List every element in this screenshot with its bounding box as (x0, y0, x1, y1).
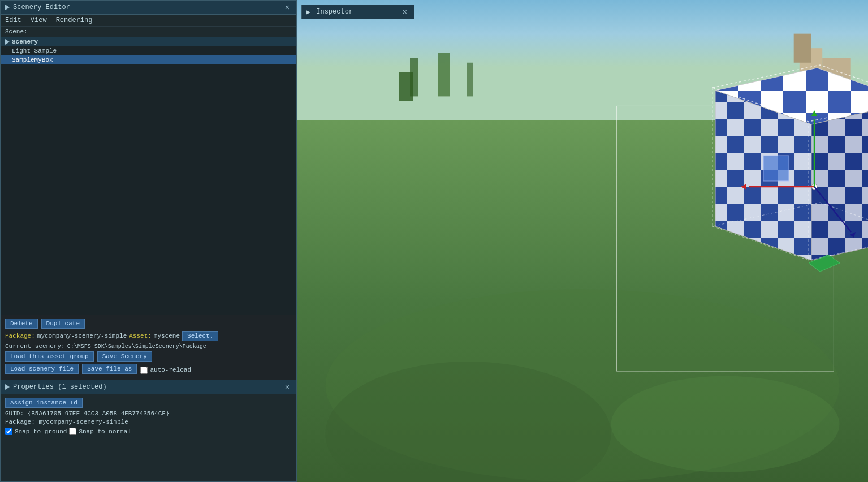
landscape-background (297, 0, 868, 482)
guid-label: GUID: (5, 410, 24, 417)
tree-item-light-sample[interactable]: Light_Sample (1, 46, 296, 55)
svg-rect-16 (794, 34, 811, 63)
properties-title: Properties (1 selected) (13, 383, 107, 391)
editor-bottom: Delete Duplicate Package: mycompany-scen… (1, 315, 296, 380)
save-scenery-button[interactable]: Save Scenery (97, 351, 152, 361)
properties-close-button[interactable]: × (283, 382, 292, 391)
scenery-editor-titlebar: Scenery Editor × (1, 1, 296, 15)
package-label: Package: (5, 333, 35, 339)
select-button[interactable]: Select. (182, 331, 218, 341)
title-left: Scenery Editor (5, 3, 70, 11)
svg-marker-26 (811, 102, 868, 260)
properties-titlebar: Properties (1 selected) × (1, 380, 296, 394)
inspector-title-left: ▶ Inspector (306, 8, 353, 16)
tree-container[interactable]: Scenery Light_Sample SampleMyBox (1, 37, 296, 315)
assign-instance-row: Assign instance Id (5, 398, 292, 408)
tree-triangle-icon (5, 39, 10, 45)
scenery-editor-title: Scenery Editor (13, 3, 70, 11)
scene-label: Scene: (1, 27, 296, 37)
tree-root-label: Scenery (12, 38, 38, 45)
asset-value: myscene (154, 333, 180, 339)
tree-root-scenery[interactable]: Scenery (1, 37, 296, 46)
snap-normal-label: Snap to normal (79, 428, 131, 435)
left-panel: Scenery Editor × Edit View Rendering Sce… (0, 0, 297, 482)
properties-panel: Properties (1 selected) × Assign instanc… (0, 380, 297, 482)
props-content: Assign instance Id GUID: {B5A61705-97EF-… (1, 394, 296, 481)
menu-edit[interactable]: Edit (5, 16, 21, 24)
tree-item-label-1: SampleMyBox (12, 57, 53, 63)
tree-item-samplemybox[interactable]: SampleMyBox (1, 55, 296, 64)
inspector-title: Inspector (316, 8, 353, 16)
delete-button[interactable]: Delete (5, 319, 38, 329)
snap-ground-row: Snap to ground Snap to normal (5, 428, 292, 435)
load-scenery-file-button[interactable]: Load scenery file (5, 364, 79, 374)
auto-reload-label: auto-reload (150, 367, 191, 373)
inspector-panel: ▶ Inspector × (301, 5, 414, 19)
props-triangle-icon[interactable] (5, 384, 10, 390)
menu-bar: Edit View Rendering (1, 15, 296, 27)
auto-reload-row: auto-reload (140, 366, 191, 374)
tree-item-label-0: Light_Sample (12, 48, 57, 54)
svg-point-20 (611, 376, 840, 472)
inspector-close-button[interactable]: × (400, 7, 409, 16)
menu-view[interactable]: View (31, 16, 47, 24)
inspector-titlebar: ▶ Inspector × (302, 5, 414, 19)
scene-svg (297, 0, 868, 482)
snap-ground-label: Snap to ground (15, 428, 67, 435)
scenery-editor-close-button[interactable]: × (283, 3, 292, 12)
svg-rect-14 (467, 63, 473, 97)
viewport[interactable]: ▶ Inspector × (297, 0, 868, 482)
package-info-line: Package: mycompany-scenery-simple Asset:… (5, 331, 292, 341)
load-file-row: Load scenery file Save file as auto-relo… (5, 364, 292, 374)
props-package-line: Package: mycompany-scenery-simple (5, 419, 292, 425)
props-package-label: Package: (5, 419, 35, 425)
current-scenery-label: Current scenery: (5, 343, 65, 350)
collapse-triangle-icon[interactable] (5, 5, 10, 10)
main-container: Scenery Editor × Edit View Rendering Sce… (0, 0, 868, 482)
snap-normal-checkbox[interactable] (69, 428, 76, 435)
snap-ground-checkbox[interactable] (5, 428, 12, 435)
guid-line: GUID: {B5A61705-97EF-4CC3-A058-4EB774356… (5, 410, 292, 417)
assign-instance-button[interactable]: Assign instance Id (5, 398, 83, 408)
duplicate-button[interactable]: Duplicate (41, 319, 85, 329)
props-package-value: mycompany-scenery-simple (38, 419, 128, 425)
props-title-left: Properties (1 selected) (5, 383, 107, 391)
menu-rendering[interactable]: Rendering (56, 16, 93, 24)
inspector-play-icon: ▶ (306, 8, 310, 16)
save-file-as-button[interactable]: Save file as (82, 364, 137, 374)
svg-rect-39 (763, 156, 789, 181)
load-asset-group-button[interactable]: Load this asset group (5, 351, 94, 361)
svg-rect-12 (399, 72, 413, 101)
delete-duplicate-row: Delete Duplicate (5, 319, 292, 329)
scenery-editor-panel: Scenery Editor × Edit View Rendering Sce… (0, 0, 297, 380)
load-save-row: Load this asset group Save Scenery (5, 351, 292, 361)
package-value: mycompany-scenery-simple (37, 333, 127, 339)
asset-label: Asset: (129, 333, 152, 339)
guid-value: {B5A61705-97EF-4CC3-A058-4EB7743564CF} (28, 410, 170, 417)
current-scenery-path: C:\MSFS SDK\Samples\SimpleScenery\Packag… (67, 343, 206, 350)
current-scenery-line: Current scenery: C:\MSFS SDK\Samples\Sim… (5, 343, 292, 350)
svg-rect-13 (438, 53, 450, 97)
auto-reload-checkbox[interactable] (140, 367, 148, 374)
